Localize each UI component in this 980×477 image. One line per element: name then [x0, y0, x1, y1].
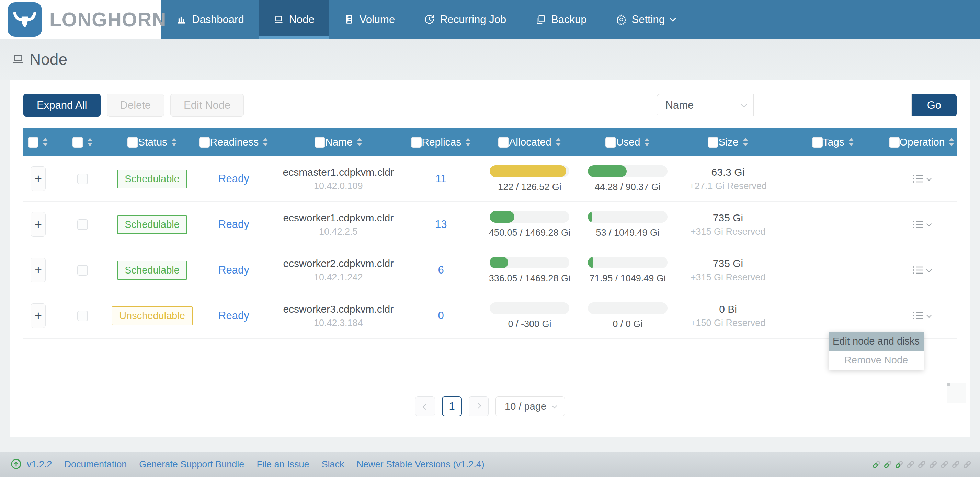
health-chain-icons — [872, 460, 972, 469]
table-row: + Schedulable Ready ecsmaster1.cdpkvm.cl… — [23, 156, 957, 202]
reserved-value: +150 Gi Reserved — [690, 318, 765, 328]
select-all-checkbox[interactable] — [127, 137, 138, 147]
column-header-operation: Operation — [886, 128, 957, 156]
select-all-checkbox[interactable] — [605, 137, 616, 147]
replicas-count[interactable]: 13 — [435, 218, 447, 231]
select-all-checkbox[interactable] — [889, 137, 900, 147]
node-ip: 10.42.2.5 — [319, 227, 358, 237]
operation-menu-button[interactable] — [913, 220, 930, 229]
chain-link-icon-active — [883, 460, 892, 469]
logo-link[interactable]: LONGHORN — [0, 0, 161, 39]
replicas-count[interactable]: 6 — [438, 264, 444, 276]
nav-item-label: Node — [289, 13, 315, 26]
row-checkbox[interactable] — [77, 174, 88, 184]
replicas-count[interactable]: 0 — [438, 309, 444, 322]
node-ip: 10.42.1.242 — [314, 272, 363, 283]
sort-icon[interactable] — [357, 138, 362, 146]
footer-links: DocumentationGenerate Support BundleFile… — [52, 459, 485, 470]
nav-item-backup[interactable]: Backup — [520, 0, 601, 39]
row-checkbox[interactable] — [77, 265, 88, 276]
select-all-checkbox[interactable] — [199, 137, 210, 147]
used-label: 0 / 0 Gi — [612, 319, 643, 330]
readiness-value[interactable]: Ready — [218, 264, 249, 276]
sort-icon[interactable] — [43, 138, 48, 146]
nav-item-label: Dashboard — [192, 13, 244, 26]
current-page-button[interactable]: 1 — [442, 396, 462, 416]
column-label: Operation — [900, 136, 945, 148]
search-input[interactable] — [754, 94, 912, 116]
sort-icon[interactable] — [848, 138, 854, 146]
sort-icon[interactable] — [262, 138, 268, 146]
footer-link-slack[interactable]: Slack — [321, 459, 344, 470]
readiness-value[interactable]: Ready — [218, 309, 249, 322]
nav-item-volume[interactable]: Volume — [329, 0, 409, 39]
expand-all-button[interactable]: Expand All — [23, 93, 100, 117]
sort-icon[interactable] — [555, 138, 561, 146]
sort-icon[interactable] — [465, 138, 471, 146]
chain-link-icon — [906, 460, 915, 469]
row-checkbox[interactable] — [77, 219, 88, 230]
nav-item-node[interactable]: Node — [259, 0, 329, 39]
nav-item-setting[interactable]: Setting — [601, 0, 689, 39]
expand-row-button[interactable]: + — [30, 303, 46, 328]
readiness-value[interactable]: Ready — [218, 218, 249, 231]
chevron-down-icon — [926, 175, 932, 181]
operation-menu-button[interactable] — [913, 311, 930, 320]
operation-menu-button[interactable] — [913, 265, 930, 275]
chevron-down-icon — [926, 221, 932, 227]
pagination: 1 10 / page — [23, 396, 957, 416]
node-ip: 10.42.3.184 — [314, 318, 363, 328]
select-all-checkbox[interactable] — [411, 137, 422, 147]
expand-row-button[interactable]: + — [30, 212, 46, 237]
allocated-progress-bar — [490, 211, 569, 223]
page-size-select[interactable]: 10 / page — [495, 396, 565, 416]
edit-node-button[interactable]: Edit Node — [170, 93, 244, 117]
nav-item-recurring-job[interactable]: Recurring Job — [409, 0, 520, 39]
footer-link-file-an-issue[interactable]: File an Issue — [256, 459, 309, 470]
footer-link-documentation[interactable]: Documentation — [65, 459, 127, 470]
chain-link-icon-active — [894, 460, 904, 469]
menu-item-remove-node[interactable]: Remove Node — [829, 351, 924, 369]
delete-button[interactable]: Delete — [107, 93, 164, 117]
status-badge: Unschedulable — [111, 306, 192, 325]
status-badge: Schedulable — [117, 261, 187, 280]
expand-row-button[interactable]: + — [30, 166, 46, 191]
chain-link-icon — [940, 460, 949, 469]
next-page-button[interactable] — [469, 396, 488, 416]
top-nav: LONGHORN Dashboard Node Volume Recurring… — [0, 0, 980, 39]
column-label: Allocated — [509, 136, 551, 148]
operation-menu-button[interactable] — [913, 174, 930, 184]
select-all-checkbox[interactable] — [315, 137, 325, 147]
sort-icon[interactable] — [644, 138, 650, 146]
select-all-checkbox[interactable] — [498, 137, 509, 147]
sort-icon[interactable] — [171, 138, 177, 146]
sort-icon[interactable] — [743, 138, 748, 146]
readiness-value[interactable]: Ready — [218, 173, 249, 185]
table-body: + Schedulable Ready ecsmaster1.cdpkvm.cl… — [23, 156, 957, 339]
select-all-checkbox[interactable] — [708, 137, 718, 147]
logo-text: LONGHORN — [49, 8, 166, 31]
list-icon — [913, 174, 924, 184]
footer-link-newer-stable-versions-v1-2-4-[interactable]: Newer Stable Versions (v1.2.4) — [357, 459, 485, 470]
used-progress-bar — [588, 211, 668, 223]
footer: v1.2.2 DocumentationGenerate Support Bun… — [0, 452, 980, 477]
footer-link-generate-support-bundle[interactable]: Generate Support Bundle — [139, 459, 244, 470]
chevron-down-icon — [926, 267, 932, 272]
replicas-count[interactable]: 11 — [435, 173, 446, 185]
menu-item-edit-node-and-disks[interactable]: Edit node and disks — [829, 332, 924, 351]
go-button[interactable]: Go — [912, 94, 957, 116]
nav-item-dashboard[interactable]: Dashboard — [161, 0, 259, 39]
select-all-checkbox[interactable] — [72, 137, 83, 147]
sort-icon[interactable] — [87, 138, 93, 146]
row-checkbox[interactable] — [77, 311, 88, 321]
version-link[interactable]: v1.2.2 — [27, 459, 52, 470]
prev-page-button[interactable] — [415, 396, 435, 416]
chevron-left-icon — [423, 404, 428, 410]
select-all-checkbox[interactable] — [28, 137, 38, 147]
reserved-value: +315 Gi Reserved — [690, 227, 765, 237]
select-all-checkbox[interactable] — [812, 137, 823, 147]
expand-row-button[interactable]: + — [30, 258, 46, 282]
sort-icon[interactable] — [949, 138, 954, 146]
allocated-label: 450.05 / 1469.28 Gi — [489, 228, 570, 238]
search-field-select[interactable]: Name — [657, 94, 754, 116]
